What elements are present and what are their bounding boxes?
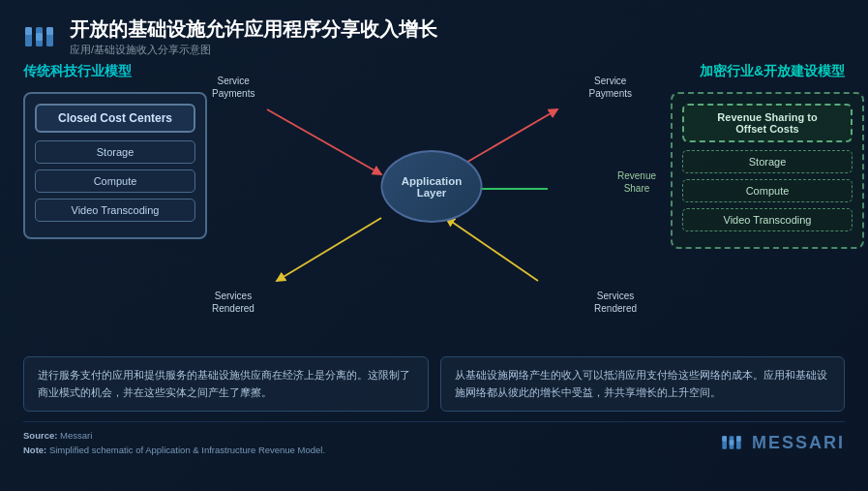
storage-item-right: Storage [682, 150, 853, 173]
source-label: Source: [23, 430, 57, 441]
left-section-label: 传统科技行业模型 [23, 63, 202, 80]
svg-rect-4 [36, 33, 43, 41]
app-layer-text: ApplicationLayer [402, 175, 463, 199]
header-text: 开放的基础设施允许应用程序分享收入增长 应用/基础设施收入分享示意图 [70, 17, 437, 57]
svg-rect-11 [736, 437, 741, 442]
compute-item-right: Compute [682, 179, 853, 202]
svg-rect-3 [25, 27, 32, 35]
revenue-title: Revenue Sharing toOffset Costs [682, 104, 853, 142]
revenue-share-label: RevenueShare [617, 169, 656, 195]
source-value: Messari [60, 430, 92, 441]
messari-brand-text: MESSARI [752, 433, 845, 453]
messari-logo-icon [23, 19, 58, 54]
revenue-sharing-box: Revenue Sharing toOffset Costs Storage C… [671, 92, 864, 249]
service-payments-left-label: ServicePayments [212, 75, 254, 100]
services-rendered-right-label: ServicesRendered [594, 290, 637, 315]
right-description-box: 从基础设施网络产生的收入可以抵消应用支付给这些网络的成本。应用和基础设施网络都从… [440, 356, 846, 412]
center-column: ApplicationLayer RevenueShare ServicePay… [202, 63, 661, 349]
closed-cost-box: Closed Cost Centers Storage Compute Vide… [23, 92, 207, 239]
note-value: Simplified schematic of Application & In… [49, 445, 325, 455]
page-title: 开放的基础设施允许应用程序分享收入增长 [70, 17, 437, 41]
diagram-wrapper: 传统科技行业模型 加密行业&开放建设模型 Closed Cost Centers… [23, 63, 845, 349]
svg-rect-10 [730, 441, 734, 445]
right-section-label: 加密行业&开放建设模型 [661, 63, 845, 80]
footer: Source: Messari Note: Simplified schemat… [23, 421, 845, 457]
main-container: 开放的基础设施允许应用程序分享收入增长 应用/基础设施收入分享示意图 传统科技行… [0, 0, 868, 491]
services-rendered-left-label: ServicesRendered [212, 290, 254, 315]
bottom-boxes: 进行服务支付的应用和提供服务的基础设施供应商在经济上是分离的。这限制了商业模式的… [23, 356, 845, 412]
left-column: Closed Cost Centers Storage Compute Vide… [23, 90, 202, 239]
header: 开放的基础设施允许应用程序分享收入增长 应用/基础设施收入分享示意图 [23, 17, 845, 57]
svg-rect-9 [722, 437, 727, 442]
page-subtitle: 应用/基础设施收入分享示意图 [70, 43, 437, 57]
svg-rect-5 [46, 27, 53, 35]
compute-item-left: Compute [35, 169, 195, 193]
messari-brand: MESSARI [721, 431, 845, 454]
note-label: Note: [23, 445, 46, 455]
closed-cost-title: Closed Cost Centers [35, 104, 195, 133]
left-section-label-container: 传统科技行业模型 [23, 63, 202, 86]
video-transcoding-item-left: Video Transcoding [35, 199, 195, 222]
right-section-label-container: 加密行业&开放建设模型 [661, 63, 845, 86]
app-layer-oval: ApplicationLayer [381, 150, 483, 223]
footer-source-note: Source: Messari Note: Simplified schemat… [23, 428, 325, 457]
right-column: Revenue Sharing toOffset Costs Storage C… [661, 90, 845, 249]
left-description-box: 进行服务支付的应用和提供服务的基础设施供应商在经济上是分离的。这限制了商业模式的… [23, 356, 429, 412]
storage-item-left: Storage [35, 140, 195, 164]
service-payments-right-label: ServicePayments [589, 75, 632, 100]
video-transcoding-item-right: Video Transcoding [682, 208, 853, 231]
messari-footer-icon [721, 431, 744, 454]
